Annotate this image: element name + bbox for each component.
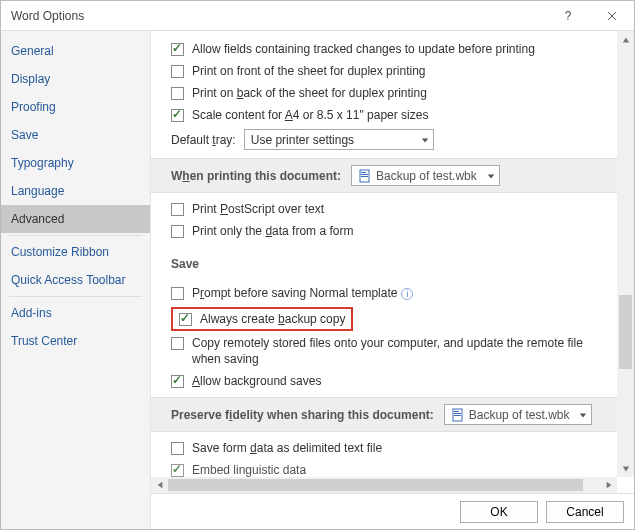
checkbox-icon [171, 337, 184, 350]
opt-data-only[interactable]: Print only the data from a form [171, 223, 606, 239]
word-options-dialog: Word Options ? General Display Proofing … [0, 0, 635, 530]
checkbox-icon [171, 87, 184, 100]
section-save: Save [171, 251, 606, 277]
document-icon [358, 169, 372, 183]
opt-background-saves[interactable]: Allow background saves [171, 373, 606, 389]
opt-print-back[interactable]: Print on back of the sheet for duplex pr… [171, 85, 606, 101]
svg-marker-13 [622, 37, 628, 42]
svg-marker-14 [622, 466, 628, 471]
default-tray-label: Default tray: [171, 133, 236, 147]
vertical-scrollbar[interactable] [617, 31, 634, 477]
svg-marker-2 [422, 138, 428, 142]
nav-quick-access[interactable]: Quick Access Toolbar [1, 266, 150, 294]
chevron-down-icon [421, 133, 429, 147]
section-printing-this-doc: When printing this document: Backup of t… [151, 158, 626, 193]
close-icon [607, 11, 617, 21]
checkbox-icon [171, 43, 184, 56]
main-panel: Allow fields containing tracked changes … [151, 31, 634, 529]
checkbox-icon [171, 442, 184, 455]
section-fidelity: Preserve fidelity when sharing this docu… [151, 397, 626, 432]
cancel-button[interactable]: Cancel [546, 501, 624, 523]
nav-language[interactable]: Language [1, 177, 150, 205]
horizontal-scrollbar[interactable] [151, 477, 617, 493]
opt-prompt-normal[interactable]: Prompt before saving Normal templatei [171, 285, 606, 301]
svg-marker-16 [606, 482, 611, 488]
svg-marker-12 [580, 413, 586, 417]
nav-general[interactable]: General [1, 37, 150, 65]
checkbox-icon [171, 225, 184, 238]
checkbox-icon [171, 375, 184, 388]
help-button[interactable]: ? [546, 1, 590, 31]
checkbox-icon [171, 287, 184, 300]
ok-button[interactable]: OK [460, 501, 538, 523]
close-button[interactable] [590, 1, 634, 31]
opt-backup-copy[interactable]: Always create backup copy [179, 311, 345, 327]
options-scroll: Allow fields containing tracked changes … [151, 31, 634, 493]
scroll-track[interactable] [617, 48, 634, 460]
checkbox-icon [179, 313, 192, 326]
svg-rect-4 [361, 172, 366, 173]
checkbox-icon [171, 109, 184, 122]
nav-advanced[interactable]: Advanced [1, 205, 150, 233]
document-icon [451, 408, 465, 422]
nav-trust-center[interactable]: Trust Center [1, 327, 150, 355]
scroll-up-button[interactable] [617, 31, 634, 48]
nav-display[interactable]: Display [1, 65, 150, 93]
titlebar: Word Options ? [1, 1, 634, 31]
fidelity-doc-dropdown[interactable]: Backup of test.wbk [444, 404, 593, 425]
scroll-down-button[interactable] [617, 460, 634, 477]
checkbox-icon [171, 65, 184, 78]
svg-marker-7 [488, 174, 494, 178]
scroll-left-button[interactable] [151, 477, 168, 493]
scroll-thumb[interactable] [619, 295, 632, 369]
svg-rect-5 [361, 174, 368, 175]
svg-rect-11 [454, 415, 461, 416]
scroll-track-h[interactable] [168, 477, 600, 493]
checkbox-icon [171, 464, 184, 477]
svg-rect-6 [361, 176, 368, 177]
dialog-footer: OK Cancel [151, 493, 634, 529]
nav-typography[interactable]: Typography [1, 149, 150, 177]
nav-customize-ribbon[interactable]: Customize Ribbon [1, 238, 150, 266]
svg-rect-9 [454, 411, 459, 412]
category-sidebar: General Display Proofing Save Typography… [1, 31, 151, 529]
svg-marker-15 [157, 482, 162, 488]
default-tray-dropdown[interactable]: Use printer settings [244, 129, 434, 150]
opt-copy-remote[interactable]: Copy remotely stored files onto your com… [171, 335, 606, 367]
opt-backup-copy-highlight: Always create backup copy [171, 307, 353, 331]
chevron-down-icon [487, 169, 495, 183]
opt-allow-tracked[interactable]: Allow fields containing tracked changes … [171, 41, 606, 57]
opt-embed-linguistic[interactable]: Embed linguistic data [171, 462, 606, 478]
nav-save[interactable]: Save [1, 121, 150, 149]
nav-proofing[interactable]: Proofing [1, 93, 150, 121]
chevron-down-icon [579, 408, 587, 422]
checkbox-icon [171, 203, 184, 216]
nav-addins[interactable]: Add-ins [1, 299, 150, 327]
svg-rect-10 [454, 413, 461, 414]
opt-print-front[interactable]: Print on front of the sheet for duplex p… [171, 63, 606, 79]
scroll-right-button[interactable] [600, 477, 617, 493]
dialog-title: Word Options [11, 9, 84, 23]
opt-save-form-data[interactable]: Save form data as delimited text file [171, 440, 606, 456]
scroll-thumb-h[interactable] [168, 479, 583, 491]
opt-scale-content[interactable]: Scale content for A4 or 8.5 x 11" paper … [171, 107, 606, 123]
info-icon[interactable]: i [401, 288, 413, 300]
printing-doc-dropdown[interactable]: Backup of test.wbk [351, 165, 500, 186]
opt-postscript[interactable]: Print PostScript over text [171, 201, 606, 217]
